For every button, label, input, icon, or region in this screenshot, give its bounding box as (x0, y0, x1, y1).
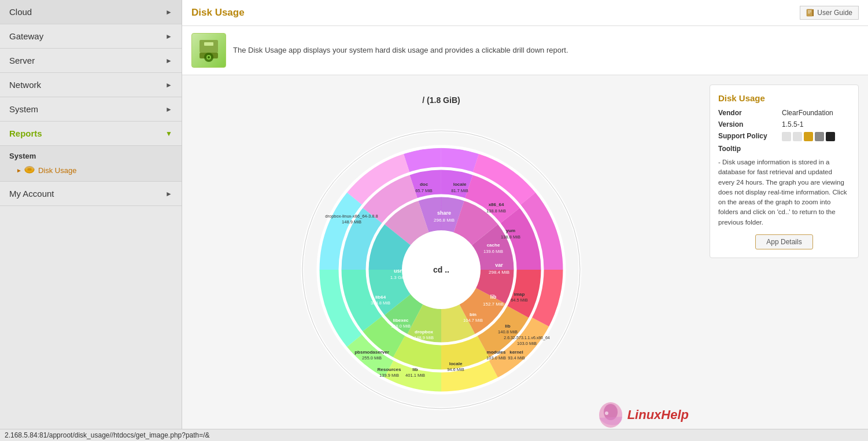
support-policy-row: Support Policy (718, 132, 850, 141)
user-guide-label: User Guide (817, 9, 852, 17)
version-label: Version (718, 120, 782, 128)
svg-text:334.8 MiB: 334.8 MiB (371, 300, 390, 306)
svg-point-13 (208, 56, 210, 58)
svg-text:81.7 MiB: 81.7 MiB (451, 188, 468, 193)
sidebar-label-gateway: Gateway (9, 31, 43, 41)
svg-text:148.9 MiB: 148.9 MiB (414, 335, 434, 340)
disk-app-icon (196, 38, 221, 63)
page-title: Disk Usage (191, 7, 245, 19)
sidebar-label-myaccount: My Account (9, 189, 54, 199)
topbar: Disk Usage User Guide (182, 0, 868, 26)
sunburst-chart[interactable]: / (1.8 GiB) cd .. (256, 90, 626, 426)
svg-text:lib: lib (412, 367, 418, 372)
vendor-value: ClearFoundation (782, 109, 833, 117)
tooltip-row: Tooltip (718, 145, 850, 153)
svg-text:var: var (495, 262, 503, 268)
svg-text:93.4 MiB: 93.4 MiB (508, 355, 525, 361)
submenu-item-label: Disk Usage (38, 166, 76, 175)
chart-area[interactable]: / (1.8 GiB) cd .. (182, 75, 700, 441)
support-icon-2 (793, 132, 802, 141)
sidebar-item-network[interactable]: Network ► (0, 73, 182, 97)
svg-text:x86_64: x86_64 (489, 202, 504, 207)
support-icon-1 (782, 132, 791, 141)
sidebar-item-reports[interactable]: Reports ▼ (0, 122, 182, 146)
svg-text:lib64: lib64 (375, 295, 386, 300)
chevron-right-icon: ► (165, 32, 172, 41)
svg-text:298.4 MiB: 298.4 MiB (489, 270, 509, 275)
svg-text:139.9 MiB: 139.9 MiB (379, 373, 399, 378)
svg-rect-8 (200, 40, 218, 53)
sidebar-label-system: System (9, 104, 38, 114)
right-panel: Disk Usage Vendor ClearFoundation Versio… (700, 75, 868, 441)
svg-text:65.7 MiB: 65.7 MiB (415, 188, 433, 193)
sidebar-submenu-reports: System ► Disk Usage (0, 146, 182, 182)
user-guide-button[interactable]: User Guide (800, 6, 859, 20)
sidebar-label-network: Network (9, 80, 41, 90)
sidebar: Cloud ► Gateway ► Server ► Network ► Sys… (0, 0, 182, 441)
svg-text:94.6 MiB: 94.6 MiB (447, 367, 464, 372)
svg-text:yum: yum (506, 228, 515, 233)
description-row: The Disk Usage app displays your system … (182, 26, 868, 75)
svg-text:401.1 MiB: 401.1 MiB (405, 373, 425, 378)
sidebar-item-system[interactable]: System ► (0, 97, 182, 122)
svg-text:locale: locale (449, 361, 463, 366)
vendor-row: Vendor ClearFoundation (718, 109, 850, 117)
version-value: 1.5.5-1 (782, 120, 803, 128)
svg-text:dropbox-linux-x86_64-3.8.8: dropbox-linux-x86_64-3.8.8 (325, 214, 378, 219)
support-icon-3 (804, 132, 813, 141)
info-box-title: Disk Usage (718, 93, 850, 103)
support-icon-5 (826, 132, 835, 141)
chart-svg: / (1.8 GiB) cd .. (256, 90, 626, 426)
svg-text:140.8 MiB: 140.8 MiB (498, 329, 518, 335)
sidebar-item-server[interactable]: Server ► (0, 49, 182, 73)
submenu-item-diskusage[interactable]: ► Disk Usage (0, 163, 182, 178)
svg-text:255.0 MiB: 255.0 MiB (362, 355, 382, 361)
content-area: / (1.8 GiB) cd .. (182, 75, 868, 441)
svg-text:64.5 MiB: 64.5 MiB (511, 297, 528, 303)
svg-text:148.9 MiB: 148.9 MiB (342, 219, 361, 225)
svg-text:usr: usr (394, 268, 402, 274)
svg-text:139.6 MiB: 139.6 MiB (483, 249, 503, 254)
support-icons (782, 132, 835, 141)
chevron-right-icon: ► (165, 190, 172, 198)
tooltip-text: - Disk usage information is stored in a … (718, 157, 850, 227)
svg-rect-7 (812, 9, 814, 16)
sidebar-item-cloud[interactable]: Cloud ► (0, 0, 182, 24)
sidebar-item-gateway[interactable]: Gateway ► (0, 24, 182, 49)
svg-rect-5 (808, 12, 811, 12)
submenu-group-label: System (0, 149, 182, 163)
version-row: Version 1.5.5-1 (718, 120, 850, 128)
chevron-right-icon: ► (165, 57, 172, 65)
svg-text:158.0 MiB: 158.0 MiB (391, 324, 411, 329)
status-url: 2.168.5.84:81/approot/disk_usage//htdocs… (182, 431, 210, 439)
sidebar-label-reports: Reports (9, 128, 42, 138)
svg-text:share: share (437, 210, 451, 216)
svg-rect-4 (808, 10, 811, 11)
svg-text:bin: bin (470, 312, 477, 317)
sidebar-label-cloud: Cloud (9, 7, 32, 17)
statusbar: 2.168.5.84:81/approot/disk_usage//htdocs… (182, 429, 868, 441)
description-text: The Disk Usage app displays your system … (233, 45, 859, 56)
chevron-right-icon: ► (165, 105, 172, 113)
svg-text:dropbox: dropbox (415, 329, 434, 335)
svg-text:doc: doc (420, 182, 429, 187)
sidebar-item-myaccount[interactable]: My Account ► (0, 182, 182, 206)
svg-text:138.8 MiB: 138.8 MiB (501, 234, 520, 240)
svg-text:104.7 MiB: 104.7 MiB (463, 318, 483, 323)
svg-text:1.3 GiB: 1.3 GiB (390, 275, 406, 280)
chevron-right-icon: ► (165, 81, 172, 89)
svg-text:103.0 MiB: 103.0 MiB (486, 355, 506, 361)
chevron-down-icon: ▼ (165, 130, 172, 138)
svg-text:152.7 MiB: 152.7 MiB (483, 302, 504, 307)
svg-text:imap: imap (514, 292, 525, 297)
svg-text:296.8 MiB: 296.8 MiB (434, 218, 455, 223)
linuxhelp-logo: LinuxHelp (596, 400, 689, 429)
sidebar-label-server: Server (9, 56, 35, 65)
support-icon-4 (815, 132, 824, 141)
linuxhelp-logo-icon (596, 400, 625, 429)
svg-text:138.8 MiB: 138.8 MiB (486, 208, 506, 214)
svg-text:cache: cache (487, 242, 500, 248)
app-icon-box (191, 33, 226, 68)
app-details-button[interactable]: App Details (755, 234, 813, 249)
svg-rect-6 (808, 13, 810, 13)
